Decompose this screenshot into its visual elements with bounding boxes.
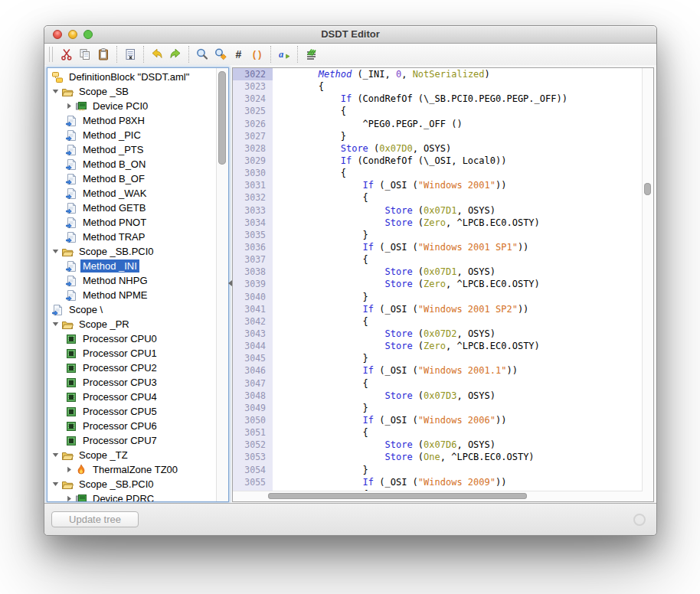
dsdt-tree: DefinitionBlock "DSDT.aml"Scope _SBDevic… — [47, 70, 217, 501]
code-line[interactable]: If (CondRefOf (\_SB.PCI0.PEG0.PEGP._OFF)… — [273, 93, 643, 105]
code-line[interactable]: Store (0x07D2, OSYS) — [273, 328, 643, 340]
code-line[interactable]: } — [273, 229, 643, 241]
chevron-right-icon[interactable] — [65, 102, 75, 110]
tree-item-method-ini[interactable]: Method _INI — [47, 259, 217, 273]
tree-scrollbar-thumb[interactable] — [218, 71, 226, 165]
code-line[interactable]: { — [273, 167, 643, 179]
code-line[interactable]: Store (One, ^LPCB.EC0.OSTY) — [273, 451, 643, 463]
block-select-button[interactable] — [121, 45, 139, 64]
tree-item-method-pnot[interactable]: Method PNOT — [47, 215, 217, 230]
tree-item-processor-cpu5[interactable]: Processor CPU5 — [47, 404, 217, 419]
code-line[interactable]: If (CondRefOf (\_OSI, Local0)) — [273, 155, 643, 167]
chevron-down-icon[interactable] — [51, 480, 61, 488]
chevron-right-icon[interactable] — [65, 465, 75, 474]
zoom-button[interactable] — [83, 30, 93, 39]
find-replace-button[interactable] — [211, 45, 230, 64]
tree-item-processor-cpu6[interactable]: Processor CPU6 — [47, 419, 217, 433]
code-line[interactable]: If (_OSI ("Windows 2006")) — [273, 414, 643, 426]
chevron-down-icon[interactable] — [51, 451, 61, 459]
chevron-down-icon[interactable] — [51, 247, 61, 256]
minimize-button[interactable] — [68, 30, 77, 39]
chevron-down-icon[interactable] — [51, 87, 61, 96]
editor-horizontal-scrollbar[interactable] — [233, 491, 643, 501]
tree-item-scope-sb-pci0[interactable]: Scope _SB.PCI0 — [47, 244, 217, 259]
code-line[interactable]: If (_OSI ("Windows 2001")) — [273, 179, 643, 191]
tree-item-thermalzone-tz00[interactable]: ThermalZone TZ00 — [47, 462, 217, 477]
code-line[interactable]: } — [273, 130, 643, 142]
undo-button[interactable] — [148, 45, 166, 64]
code-line[interactable]: { — [273, 191, 643, 204]
tree-item-method-p8xh[interactable]: Method P8XH — [47, 113, 217, 128]
code-line[interactable]: Method (_INI, 0, NotSerialized) — [273, 68, 643, 80]
chevron-right-icon[interactable] — [65, 494, 75, 501]
tree-item-scope-sb-pci0[interactable]: Scope _SB.PCI0 — [47, 477, 217, 491]
tree-item-method-pts[interactable]: Method _PTS — [47, 142, 217, 157]
tree-item-definitionblock-dsdt-aml[interactable]: DefinitionBlock "DSDT.aml" — [47, 70, 217, 84]
code-line[interactable]: If (_OSI ("Windows 2001 SP1")) — [273, 241, 643, 253]
code-line[interactable]: { — [273, 377, 643, 390]
code-line[interactable]: If (_OSI ("Windows 2001.1")) — [273, 364, 643, 377]
tree-item-processor-cpu1[interactable]: Processor CPU1 — [47, 346, 217, 361]
progress-spinner-icon — [633, 514, 646, 526]
find-button[interactable] — [193, 45, 211, 64]
chevron-down-icon[interactable] — [51, 320, 61, 328]
code-line[interactable]: } — [273, 402, 643, 414]
tree-vertical-scrollbar[interactable] — [216, 68, 228, 501]
compile-button[interactable] — [302, 45, 320, 64]
tree-item-method-pic[interactable]: Method _PIC — [47, 128, 217, 142]
close-button[interactable] — [53, 30, 62, 39]
paste-button[interactable] — [94, 45, 113, 64]
code-line[interactable]: { — [273, 253, 643, 266]
code-line[interactable]: { — [273, 80, 643, 93]
code-line[interactable]: Store (Zero, ^LPCB.EC0.OSTY) — [273, 278, 643, 290]
tree-item-scope-sb[interactable]: Scope _SB — [47, 84, 217, 99]
tree-item-scope[interactable]: Scope \ — [47, 302, 217, 317]
tree-item-method-b-on[interactable]: Method B_ON — [47, 157, 217, 171]
code-line[interactable]: Store (0x07D3, OSYS) — [273, 390, 643, 402]
code-line[interactable]: ^PEG0.PEGP._OFF () — [273, 118, 643, 130]
code-line[interactable]: } — [273, 352, 643, 364]
code-line[interactable]: If (_OSI ("Windows 2009")) — [273, 476, 643, 488]
code-editor[interactable]: 3022302330243025302630273028302930303031… — [232, 67, 654, 502]
tree-item-method-trap[interactable]: Method TRAP — [47, 230, 217, 244]
tree-item-processor-cpu7[interactable]: Processor CPU7 — [47, 433, 217, 448]
update-tree-button[interactable]: Update tree — [51, 511, 139, 527]
code-line[interactable]: Store (0x07D6, OSYS) — [273, 439, 643, 451]
editor-vscrollbar-thumb[interactable] — [644, 183, 651, 195]
tree-item-processor-cpu2[interactable]: Processor CPU2 — [47, 361, 217, 375]
goto-line-button[interactable]: # — [230, 45, 248, 64]
word-complete-button[interactable]: a — [275, 45, 293, 64]
tree-item-processor-cpu4[interactable]: Processor CPU4 — [47, 390, 217, 404]
sidebar-tree-panel[interactable]: DefinitionBlock "DSDT.aml"Scope _SBDevic… — [47, 67, 229, 502]
match-paren-button[interactable]: ( ) — [248, 45, 267, 64]
title-bar: DSDT Editor — [44, 26, 656, 44]
redo-button[interactable] — [166, 45, 185, 64]
code-line[interactable]: Store (0x07D1, OSYS) — [273, 266, 643, 278]
tree-item-device-pdrc[interactable]: Device PDRC — [47, 491, 217, 501]
tree-item-method-b-of[interactable]: Method B_OF — [47, 171, 217, 186]
cut-button[interactable] — [57, 45, 76, 64]
tree-item-scope-tz[interactable]: Scope _TZ — [47, 448, 217, 462]
editor-vertical-scrollbar[interactable] — [642, 68, 653, 491]
editor-hscrollbar-thumb[interactable] — [268, 493, 527, 499]
code-line[interactable]: Store (Zero, ^LPCB.EC0.OSTY) — [273, 340, 643, 352]
tree-item-scope-pr[interactable]: Scope _PR — [47, 317, 217, 331]
code-line[interactable]: { — [273, 105, 643, 117]
code-line[interactable]: } — [273, 464, 643, 476]
code-line[interactable]: } — [273, 291, 643, 303]
code-line[interactable]: { — [273, 315, 643, 328]
code-area[interactable]: Method (_INI, 0, NotSerialized) { If (Co… — [273, 68, 643, 491]
tree-item-processor-cpu0[interactable]: Processor CPU0 — [47, 331, 217, 346]
tree-item-processor-cpu3[interactable]: Processor CPU3 — [47, 375, 217, 390]
tree-item-method-npme[interactable]: Method NPME — [47, 288, 217, 302]
tree-item-method-nhpg[interactable]: Method NHPG — [47, 273, 217, 288]
code-line[interactable]: Store (0x07D0, OSYS) — [273, 142, 643, 155]
tree-item-method-getb[interactable]: Method GETB — [47, 201, 217, 215]
copy-button[interactable] — [76, 45, 94, 64]
code-line[interactable]: Store (Zero, ^LPCB.EC0.OSTY) — [273, 217, 643, 229]
code-line[interactable]: { — [273, 426, 643, 439]
code-line[interactable]: If (_OSI ("Windows 2001 SP2")) — [273, 303, 643, 315]
code-line[interactable]: Store (0x07D1, OSYS) — [273, 204, 643, 217]
tree-item-device-pci0[interactable]: Device PCI0 — [47, 99, 217, 113]
tree-item-method-wak[interactable]: Method _WAK — [47, 186, 217, 201]
